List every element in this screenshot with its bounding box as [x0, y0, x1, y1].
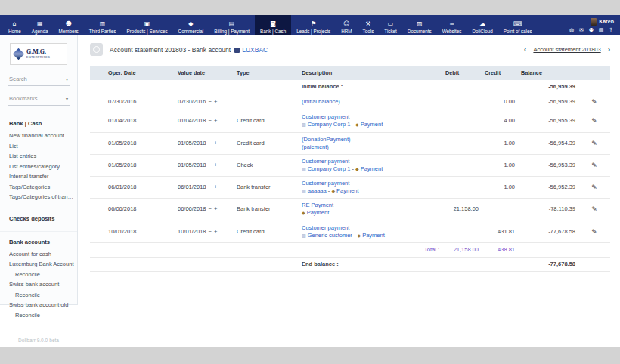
company-link[interactable]: aaaaaa [308, 187, 327, 194]
nav-module-dolicloud[interactable]: ☁DoliCloud [467, 15, 498, 35]
date-minus-button[interactable]: − [209, 117, 212, 124]
payment-link[interactable]: Payment [361, 121, 383, 128]
nav-module-bank-cash[interactable]: ◙Bank | Cash [255, 15, 291, 35]
sidebar-item-reconcile[interactable]: Reconcile [9, 310, 74, 321]
date-plus-button[interactable]: + [214, 162, 217, 168]
sidebar-section-checks-deposits: Checks deposits [0, 208, 77, 231]
description-link[interactable]: Customer payment [302, 180, 349, 187]
date-plus-button[interactable]: + [214, 184, 217, 190]
nav-module-members[interactable]: ☻Members [54, 15, 84, 35]
previous-statement-button[interactable]: ‹ [524, 46, 526, 54]
company-link[interactable]: Company Corp 1 [308, 165, 351, 172]
credit-value: 431.81 [482, 221, 518, 242]
sidebar-item-tags-categories-of-transact[interactable]: Tags/Categories of transact... [9, 192, 74, 202]
sidebar-item-new-financial-account[interactable]: New financial account [9, 131, 74, 141]
description-link[interactable]: RE Payment [302, 202, 333, 208]
date-minus-button[interactable]: − [209, 98, 212, 105]
sidebar-item-tags-categories[interactable]: Tags/Categories [9, 182, 74, 193]
sidebar-item-swiss-bank-account-old[interactable]: Swiss bank account old [9, 300, 74, 310]
nav-module-commercial[interactable]: ◆Commercial [173, 15, 209, 35]
edit-icon[interactable]: ✎ [591, 183, 597, 192]
nav-module-point-of-sales[interactable]: ⌨Point of sales [498, 15, 538, 35]
search-dropdown[interactable]: Search ▾ [8, 74, 70, 86]
description-link[interactable]: (Initial balance) [302, 98, 340, 105]
nav-module-third-parties[interactable]: ▥Third Parties [84, 15, 122, 35]
user-menu[interactable]: Karen [591, 18, 614, 26]
sidebar-heading-checks-deposits[interactable]: Checks deposits [9, 214, 74, 224]
next-statement-button[interactable]: › [608, 46, 610, 54]
payment-link[interactable]: Payment [361, 165, 383, 172]
date-plus-button[interactable]: + [214, 228, 217, 235]
company-link[interactable]: Company Corp 1 [308, 121, 351, 128]
payment-icon: ◆ [355, 122, 359, 127]
sidebar-heading-bank-accounts[interactable]: Bank accounts [9, 237, 74, 247]
account-link[interactable]: LUXBAC [242, 46, 268, 54]
edit-icon[interactable]: ✎ [591, 161, 597, 170]
transaction-description: Customer payment▥Company Corp 1 - ◆Payme… [299, 154, 442, 176]
nav-module-products-services[interactable]: ▣Products | Services [121, 15, 172, 35]
table-header-row: Oper. Date Value date Type Description D… [90, 66, 610, 80]
edit-icon[interactable]: ✎ [591, 97, 597, 106]
payment-link[interactable]: Payment [362, 232, 385, 239]
oper-date: 01/05/2018 [90, 132, 175, 154]
page-title: Account statement 201803 - Bank accountL… [110, 46, 268, 54]
nav-module-home[interactable]: ⌂Home [3, 15, 26, 35]
statement-pager-link[interactable]: Account statement 201803 [533, 46, 600, 53]
globe-icon[interactable]: ◍ [569, 27, 575, 33]
payment-link[interactable]: Payment [336, 187, 359, 194]
payment-link[interactable]: Payment [307, 209, 330, 216]
sidebar-item-reconcile[interactable]: Reconcile [9, 290, 74, 301]
date-minus-button[interactable]: − [209, 184, 212, 190]
sidebar-item-internal-transfer[interactable]: Internal transfer [9, 171, 74, 182]
nav-module-agenda[interactable]: ▦Agenda [26, 15, 54, 35]
description-link[interactable]: Customer payment [302, 158, 349, 165]
sidebar-item-list-entries-category[interactable]: List entries/category [9, 162, 74, 172]
nav-module-label: Agenda [32, 29, 48, 34]
edit-icon[interactable]: ✎ [591, 116, 597, 125]
sidebar-item-reconcile[interactable]: Reconcile [9, 270, 74, 280]
date-minus-button[interactable]: − [209, 205, 212, 212]
edit-icon[interactable]: ✎ [591, 139, 597, 148]
edit-icon[interactable]: ✎ [591, 205, 597, 214]
print-icon[interactable]: ▤ [598, 27, 604, 33]
nav-module-leads-projects[interactable]: ⚑Leads | Projects [291, 15, 336, 35]
description-link[interactable]: (DonationPayment) [302, 136, 351, 143]
date-plus-button[interactable]: + [214, 205, 217, 212]
sidebar-item-list[interactable]: List [9, 141, 74, 152]
date-plus-button[interactable]: + [214, 140, 217, 147]
nav-module-hrm[interactable]: ☺HRM [336, 15, 357, 35]
nav-module-tools[interactable]: ⚒Tools [358, 15, 380, 35]
date-plus-button[interactable]: + [214, 98, 217, 105]
statement-object-icon [90, 43, 103, 56]
date-plus-button[interactable]: + [214, 117, 217, 124]
sidebar-item-luxemburg-bank-account[interactable]: Luxemburg Bank Account [9, 259, 74, 270]
nav-module-billing-payment[interactable]: ▤Billing | Payment [209, 15, 255, 35]
description-link[interactable]: Customer payment [302, 224, 349, 231]
bookmarks-dropdown[interactable]: Bookmarks ▾ [8, 94, 70, 106]
sidebar-item-list-entries[interactable]: List entries [9, 151, 74, 162]
chat-icon[interactable]: ✉ [578, 27, 584, 33]
nav-module-ticket[interactable]: ▭Ticket [379, 15, 402, 35]
description-sub-link[interactable]: (paiement) [302, 143, 329, 150]
leads-projects-icon: ⚑ [311, 20, 316, 28]
bug-icon[interactable]: ⚉ [588, 27, 594, 33]
debit-value [442, 110, 482, 132]
company-logo[interactable]: G.M.G. ENTERPRISES [10, 43, 67, 65]
sidebar-heading-bank-cash[interactable]: Bank | Cash [9, 119, 74, 128]
date-minus-button[interactable]: − [209, 162, 212, 168]
company-link[interactable]: Generic customer [308, 232, 352, 239]
nav-module-documents[interactable]: ▨Documents [402, 15, 437, 35]
navbar-right: Karen ◍✉⚉▤? [569, 15, 620, 35]
sidebar-item-account-for-cash[interactable]: Account for cash [9, 249, 74, 260]
sidebar-item-swiss-bank-account[interactable]: Swiss bank account [9, 279, 74, 290]
bookmarks-label: Bookmarks [9, 95, 38, 102]
help-icon[interactable]: ? [608, 27, 614, 33]
date-minus-button[interactable]: − [209, 228, 212, 235]
date-minus-button[interactable]: − [209, 140, 212, 147]
description-link[interactable]: Customer payment [302, 113, 349, 120]
value-date-cell: 07/30/2016−+ [175, 94, 234, 110]
nav-module-websites[interactable]: ≡Websites [437, 15, 467, 35]
transaction-row: 01/05/201801/05/2018−+Credit card(Donati… [90, 132, 610, 154]
transaction-row: 06/06/201806/06/2018−+Bank transferRE Pa… [90, 199, 610, 221]
edit-icon[interactable]: ✎ [591, 227, 597, 236]
